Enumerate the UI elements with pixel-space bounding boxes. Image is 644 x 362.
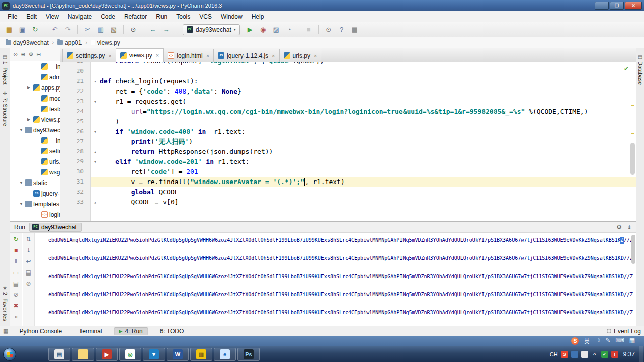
tab-close-icon[interactable]: × — [205, 53, 209, 59]
title-bar[interactable]: PC day93wechat - [G:\python_code\day93we… — [0, 0, 644, 11]
warning-stripe-mark[interactable] — [631, 133, 634, 134]
code-line[interactable]: ret = {'code': 408,'data': None} — [100, 86, 636, 97]
run-icon[interactable]: ▶ — [244, 24, 256, 35]
scroll-to-source-icon[interactable]: ⊕ — [21, 51, 25, 58]
print-icon[interactable]: ▤ — [13, 280, 19, 287]
menu-help[interactable]: Help — [247, 12, 269, 21]
code-line[interactable]: if 'window.code=408' in r1.text: — [100, 127, 636, 137]
show-desktop-button[interactable] — [639, 346, 643, 362]
tab-close-icon[interactable]: × — [271, 53, 275, 59]
editor-body[interactable]: 19 return render(request, 'login.html', … — [60, 62, 636, 221]
code-line[interactable]: return HttpResponse(json.dumps(ret)) — [100, 147, 636, 157]
code-line[interactable]: QCODE = v[0] — [100, 197, 636, 207]
fold-marker-icon[interactable]: ▴ — [91, 197, 100, 207]
toolwindow-button-7-structure[interactable]: ✢7: Structure — [2, 88, 8, 128]
menu-window[interactable]: Window — [216, 12, 247, 21]
menu-refactor[interactable]: Refactor — [120, 12, 151, 21]
find-icon[interactable]: ⊙ — [127, 24, 139, 35]
menu-edit[interactable]: Edit — [22, 12, 41, 21]
fold-marker-icon[interactable]: ▴ — [91, 147, 100, 157]
maximize-button[interactable]: ❐ — [610, 2, 624, 10]
code-line[interactable]: global QCODE — [100, 187, 636, 197]
code-line[interactable]: return render(request, 'login.html', {'Q… — [100, 62, 636, 66]
tree-expand-icon[interactable]: ▶ — [27, 117, 32, 122]
breadcrumb-item-app01[interactable]: app01 — [56, 39, 83, 47]
help-icon[interactable]: ? — [336, 24, 348, 35]
tree-expand-icon[interactable]: ▼ — [19, 180, 24, 185]
redo-icon[interactable]: ↷ — [62, 24, 74, 35]
tree-expand-icon[interactable]: ▼ — [19, 202, 24, 206]
statusbar-4-run[interactable]: ▶4: Run — [114, 327, 148, 335]
fold-marker-icon[interactable]: ▾ — [91, 76, 100, 86]
taskbar-app[interactable]: ▥ — [190, 348, 212, 361]
tab-settings.py[interactable]: settings.py× — [62, 49, 116, 62]
undo-icon[interactable]: ↶ — [49, 24, 61, 35]
tab-close-icon[interactable]: × — [313, 53, 317, 59]
tray-app-white-icon[interactable] — [581, 351, 588, 358]
language-indicator[interactable]: CH — [550, 351, 558, 357]
code-line[interactable]: elif 'window.code=201' in r1.text: — [100, 157, 636, 167]
restore-layout-icon[interactable]: ▭ — [13, 269, 19, 276]
tree-item[interactable]: tests.py — [10, 104, 60, 114]
tray-app-blue-icon[interactable] — [571, 351, 578, 358]
toolwindow-button-2-favorites[interactable]: ★2: Favorites — [2, 283, 8, 323]
tree-item[interactable]: __init__.py — [10, 135, 60, 146]
tree-item[interactable]: ▶views.py — [10, 114, 60, 125]
hide-icon[interactable]: ⇟ — [627, 224, 632, 231]
event-log-button[interactable]: Event Log — [607, 328, 641, 335]
tab-login.html[interactable]: <>login.html× — [163, 49, 214, 62]
menu-vcs[interactable]: VCS — [195, 12, 216, 21]
taskbar-app[interactable]: Ps — [237, 348, 260, 361]
up-stack-icon[interactable]: ⇅ — [26, 236, 31, 243]
taskbar-clock[interactable]: 9:37 — [623, 351, 635, 358]
tree-item[interactable]: JSjquery-1.12.4.js — [10, 188, 60, 199]
tree-item[interactable]: models.py — [10, 93, 60, 104]
project-structure-icon[interactable]: ▦ — [349, 24, 361, 35]
toolwindow-button-database[interactable]: ▤Database — [637, 52, 643, 87]
taskbar-app[interactable]: ▼ — [143, 348, 165, 361]
taskbar-app[interactable]: e — [214, 348, 236, 361]
menu-view[interactable]: View — [41, 12, 63, 21]
menu-code[interactable]: Code — [96, 12, 120, 21]
statusbar-6-todo[interactable]: 6: TODO — [155, 327, 189, 335]
profile-icon[interactable]: ◔ — [283, 24, 295, 35]
inspection-status-icon[interactable]: ✔ — [624, 65, 629, 72]
print-console-icon[interactable]: ▤ — [26, 269, 31, 276]
toolwindow-button-1-project[interactable]: ▤1: Project — [2, 52, 8, 86]
fold-marker-icon[interactable]: ▾ — [91, 97, 100, 107]
breadcrumb-item-views.py[interactable]: views.py — [89, 39, 122, 47]
warning-stripe-mark[interactable] — [631, 105, 634, 106]
tab-close-icon[interactable]: × — [107, 53, 111, 59]
code-line[interactable]: url="https://login.wx.qq.com/cgi-bin/mmw… — [100, 107, 636, 117]
stop-icon[interactable]: ■ — [14, 247, 18, 254]
code-line[interactable]: v = re.findall("window.userAvatar = '(.*… — [100, 177, 636, 187]
ime-mode-indicator[interactable]: 英 — [584, 337, 590, 345]
tree-expand-icon[interactable]: ▼ — [19, 128, 24, 132]
moon-icon[interactable]: ☽ — [595, 337, 601, 345]
collapse-all-icon[interactable]: ⊟ — [36, 51, 41, 58]
keyboard-icon[interactable]: ⌨ — [615, 337, 624, 345]
code-line[interactable]: r1 = requests.get( — [100, 97, 636, 107]
search-everywhere-icon[interactable]: ⊙ — [323, 24, 335, 35]
close-icon[interactable]: ✖ — [13, 302, 18, 309]
settings-icon[interactable]: ⚙ — [616, 224, 622, 231]
code-line[interactable]: def check_login(request): — [100, 76, 636, 86]
code-line[interactable]: print('无人扫码') — [100, 137, 636, 147]
close-button[interactable]: ✕ — [625, 2, 642, 10]
sogou-tray-icon[interactable]: S — [561, 351, 568, 358]
code-line[interactable]: ret['code'] = 201 — [100, 167, 636, 177]
tree-item[interactable]: wsgi.py — [10, 167, 60, 177]
taskbar-app[interactable]: ◎ — [119, 348, 141, 361]
stop-icon[interactable]: ■ — [303, 24, 315, 35]
fold-marker-icon[interactable]: ▾ — [91, 127, 100, 137]
back-icon[interactable]: ← — [147, 24, 159, 35]
menu-tools[interactable]: Tools — [172, 12, 195, 21]
alert-icon[interactable]: ! — [611, 351, 618, 358]
tree-item[interactable]: ▶apps.py — [10, 82, 60, 93]
sogou-logo-icon[interactable]: S — [571, 337, 579, 345]
tree-item[interactable]: admin.py — [10, 72, 60, 82]
tab-close-icon[interactable]: × — [155, 52, 159, 58]
start-button[interactable] — [3, 348, 16, 361]
coverage-icon[interactable]: ▨ — [270, 24, 282, 35]
hidden-icons-chevron[interactable]: ^ — [591, 351, 598, 358]
